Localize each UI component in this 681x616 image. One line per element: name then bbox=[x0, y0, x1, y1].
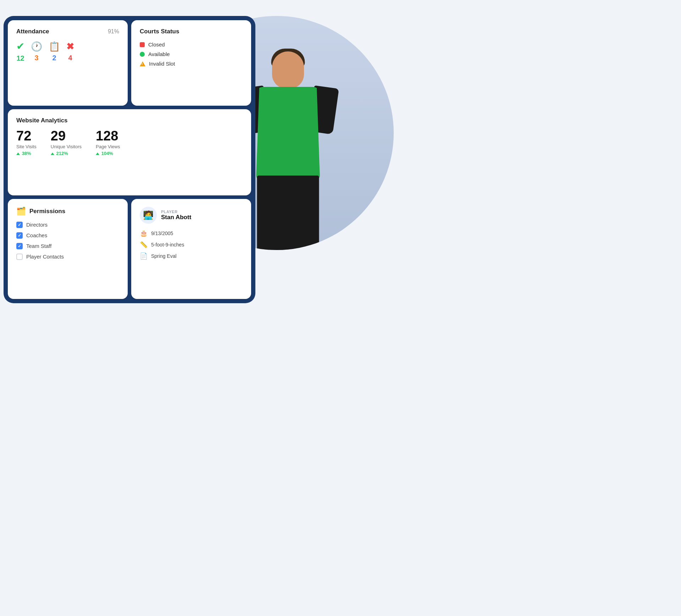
permission-team-staff[interactable]: Team Staff bbox=[16, 243, 119, 249]
court-item-closed: Closed bbox=[140, 41, 243, 48]
attendance-percentage: 91% bbox=[108, 28, 119, 35]
athlete-head bbox=[272, 51, 304, 89]
permissions-card: 🗂️ Permissions Directors Coaches Team St… bbox=[8, 199, 128, 299]
attendance-stat-absent: ✖ 4 bbox=[66, 42, 74, 62]
player-details: 🎂 9/13/2005 📏 5-foot-9-inches 📄 Spring E… bbox=[140, 229, 243, 260]
attendance-stat-late: 🕐 3 bbox=[31, 42, 42, 62]
directors-label: Directors bbox=[26, 222, 48, 228]
coaches-checkbox[interactable] bbox=[16, 232, 23, 239]
directors-checkbox[interactable] bbox=[16, 222, 23, 228]
courts-list: Closed Available Invalid Slot bbox=[140, 41, 243, 67]
permission-directors[interactable]: Directors bbox=[16, 222, 119, 228]
player-header: 🧑‍💻 PLAYER Stan Abott bbox=[140, 207, 243, 224]
player-eval-value: Spring Eval bbox=[151, 253, 177, 259]
courts-header: Courts Status bbox=[140, 28, 243, 35]
player-title-block: PLAYER Stan Abott bbox=[161, 210, 191, 221]
birthday-icon: 🎂 bbox=[140, 229, 148, 237]
attendance-header: Attendance 91% bbox=[16, 28, 119, 35]
player-contacts-label: Player Contacts bbox=[26, 254, 64, 260]
scene: Attendance 91% ✔ 12 🕐 3 📋 2 bbox=[4, 5, 394, 314]
player-contacts-checkbox[interactable] bbox=[16, 254, 23, 260]
analytics-stats: 72 Site Visits 38% 29 Unique Visitors 21… bbox=[16, 129, 243, 156]
page-views-change: 104% bbox=[96, 151, 120, 156]
court-item-invalid: Invalid Slot bbox=[140, 61, 243, 67]
invalid-indicator bbox=[140, 61, 145, 66]
unique-visitors-change: 212% bbox=[51, 151, 82, 156]
cross-icon: ✖ bbox=[66, 42, 74, 51]
unique-visitors-pct: 212% bbox=[56, 151, 68, 156]
site-visits-pct: 38% bbox=[22, 151, 31, 156]
player-height-value: 5-foot-9-inches bbox=[151, 242, 184, 248]
site-visits-number: 72 bbox=[16, 129, 37, 143]
athlete-body bbox=[256, 87, 320, 179]
page-views-number: 128 bbox=[96, 129, 120, 143]
player-role: PLAYER bbox=[161, 210, 191, 214]
player-eval: 📄 Spring Eval bbox=[140, 252, 243, 260]
player-name: Stan Abott bbox=[161, 214, 191, 221]
courts-card: Courts Status Closed Available Invalid S… bbox=[131, 20, 251, 106]
eval-icon: 📄 bbox=[140, 252, 148, 260]
site-visits-arrow bbox=[16, 152, 20, 155]
attendance-stat-present: ✔ 12 bbox=[16, 41, 24, 62]
page-views-pct: 104% bbox=[101, 151, 113, 156]
player-avatar: 🧑‍💻 bbox=[140, 207, 157, 224]
permission-player-contacts[interactable]: Player Contacts bbox=[16, 254, 119, 260]
available-label: Available bbox=[148, 51, 170, 57]
attendance-present-count: 12 bbox=[16, 54, 24, 62]
stat-page-views: 128 Page Views 104% bbox=[96, 129, 120, 156]
attendance-card: Attendance 91% ✔ 12 🕐 3 📋 2 bbox=[8, 20, 128, 106]
analytics-card: Website Analytics 72 Site Visits 38% 29 … bbox=[8, 109, 251, 195]
player-card: 🧑‍💻 PLAYER Stan Abott 🎂 9/13/2005 📏 5-fo bbox=[131, 199, 251, 299]
attendance-stats: ✔ 12 🕐 3 📋 2 ✖ 4 bbox=[16, 41, 119, 62]
attendance-absent-count: 4 bbox=[68, 54, 72, 62]
team-staff-checkbox[interactable] bbox=[16, 243, 23, 249]
unique-visitors-label: Unique Visitors bbox=[51, 144, 82, 149]
unique-visitors-number: 29 bbox=[51, 129, 82, 143]
player-birthday-value: 9/13/2005 bbox=[151, 231, 173, 236]
check-icon: ✔ bbox=[16, 41, 24, 51]
athlete-pants bbox=[257, 176, 319, 250]
closed-label: Closed bbox=[148, 41, 165, 48]
medical-icon: 📋 bbox=[49, 42, 60, 51]
court-item-available: Available bbox=[140, 51, 243, 57]
coaches-label: Coaches bbox=[26, 232, 47, 238]
page-views-label: Page Views bbox=[96, 144, 120, 149]
site-visits-label: Site Visits bbox=[16, 144, 37, 149]
permissions-title: Permissions bbox=[29, 208, 65, 215]
team-staff-label: Team Staff bbox=[26, 243, 51, 249]
height-icon: 📏 bbox=[140, 241, 148, 249]
attendance-medical-count: 2 bbox=[52, 54, 56, 62]
cards-grid: Attendance 91% ✔ 12 🕐 3 📋 2 bbox=[8, 20, 251, 299]
player-birthday: 🎂 9/13/2005 bbox=[140, 229, 243, 237]
permissions-header: 🗂️ Permissions bbox=[16, 207, 119, 216]
courts-title: Courts Status bbox=[140, 28, 179, 35]
stat-unique-visitors: 29 Unique Visitors 212% bbox=[51, 129, 82, 156]
attendance-stat-medical: 📋 2 bbox=[49, 42, 60, 62]
analytics-title: Website Analytics bbox=[16, 117, 68, 124]
permissions-list: Directors Coaches Team Staff Player Cont… bbox=[16, 222, 119, 260]
page-views-arrow bbox=[96, 152, 99, 155]
permission-coaches[interactable]: Coaches bbox=[16, 232, 119, 239]
cards-wrapper: Attendance 91% ✔ 12 🕐 3 📋 2 bbox=[4, 16, 255, 303]
attendance-title: Attendance bbox=[16, 28, 49, 35]
folder-icon: 🗂️ bbox=[16, 207, 26, 216]
attendance-late-count: 3 bbox=[34, 54, 38, 62]
clock-icon: 🕐 bbox=[31, 42, 42, 51]
invalid-label: Invalid Slot bbox=[149, 61, 175, 67]
player-height: 📏 5-foot-9-inches bbox=[140, 241, 243, 249]
available-indicator bbox=[140, 52, 145, 57]
stat-site-visits: 72 Site Visits 38% bbox=[16, 129, 37, 156]
closed-indicator bbox=[140, 42, 145, 47]
unique-visitors-arrow bbox=[51, 152, 54, 155]
site-visits-change: 38% bbox=[16, 151, 37, 156]
